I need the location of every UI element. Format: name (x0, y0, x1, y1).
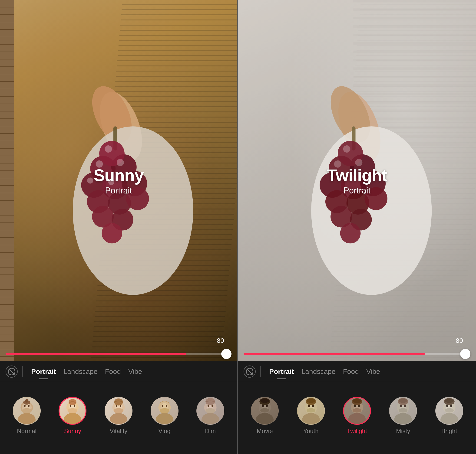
svg-point-131 (445, 408, 454, 412)
svg-point-134 (450, 405, 453, 407)
svg-point-52 (205, 408, 215, 413)
right-label-twilight: Twilight (347, 428, 367, 435)
right-tab-food[interactable]: Food (339, 366, 362, 377)
left-filter-vlog[interactable]: Vlog (151, 397, 179, 435)
left-slider-area: 80 (0, 353, 237, 355)
svg-point-39 (114, 408, 123, 413)
right-sub-filter-name: Portrait (327, 186, 387, 196)
left-slider-fill (6, 353, 186, 355)
left-slider-track[interactable] (6, 353, 232, 355)
right-avatar-bright (435, 397, 463, 425)
left-photo-area: Sunny Portrait 80 (0, 0, 237, 361)
right-filter-bright[interactable]: Bright (435, 397, 463, 435)
right-filter-misty[interactable]: Misty (389, 397, 417, 435)
svg-point-19 (87, 178, 93, 184)
right-label-misty: Misty (396, 428, 410, 435)
left-tab-vibe[interactable]: Vibe (125, 366, 146, 377)
svg-rect-64 (353, 51, 476, 53)
left-label-dim: Dim (205, 428, 216, 435)
right-filter-movie[interactable]: Movie (251, 397, 279, 435)
right-slider-track[interactable] (244, 353, 470, 355)
left-no-filter-icon (8, 368, 15, 375)
svg-point-15 (101, 223, 122, 243)
svg-point-104 (260, 398, 269, 403)
svg-point-117 (354, 405, 356, 407)
svg-point-54 (208, 405, 209, 407)
left-tab-portrait[interactable]: Portrait (27, 366, 60, 377)
svg-rect-61 (353, 25, 476, 28)
left-avatar-vlog (151, 397, 179, 425)
right-photo-area: Twilight Portrait 80 (238, 0, 476, 361)
right-avatar-movie (251, 397, 279, 425)
svg-point-115 (353, 408, 361, 412)
svg-point-34 (70, 405, 71, 407)
svg-point-49 (165, 405, 167, 407)
svg-point-124 (394, 413, 412, 424)
left-label-normal: Normal (17, 428, 37, 435)
right-avatar-youth (297, 397, 325, 425)
left-filter-normal[interactable]: Normal (13, 397, 41, 435)
left-label-vitality: Vitality (110, 428, 127, 435)
svg-point-33 (64, 413, 81, 424)
right-tab-divider (260, 366, 261, 377)
svg-rect-59 (353, 8, 476, 11)
svg-point-46 (160, 408, 169, 413)
right-tab-vibe[interactable]: Vibe (363, 366, 384, 377)
svg-point-26 (24, 405, 26, 407)
svg-point-118 (358, 405, 360, 407)
left-panel: Sunny Portrait 80 Portrait Landscape (0, 0, 238, 454)
right-main-filter-name: Twilight (327, 166, 387, 185)
svg-point-133 (446, 405, 448, 407)
svg-rect-69 (353, 93, 476, 95)
svg-point-40 (110, 413, 127, 424)
svg-point-99 (260, 408, 269, 412)
left-no-filter-button[interactable] (6, 365, 18, 378)
right-avatar-twilight (343, 397, 371, 425)
svg-rect-62 (353, 34, 476, 36)
svg-point-100 (256, 413, 273, 424)
right-bottom-panel: Portrait Landscape Food Vibe (238, 361, 476, 454)
svg-rect-68 (353, 84, 476, 87)
svg-point-2 (73, 126, 193, 295)
svg-rect-70 (353, 101, 476, 103)
svg-point-95 (355, 159, 362, 166)
svg-point-128 (398, 398, 407, 403)
svg-point-120 (353, 399, 361, 403)
svg-point-55 (211, 405, 213, 407)
left-filter-sunny[interactable]: Sunny (59, 397, 86, 435)
left-slider-thumb[interactable] (221, 349, 232, 359)
left-filter-vitality[interactable]: Vitality (105, 397, 133, 435)
svg-point-126 (404, 405, 406, 407)
right-tab-landscape[interactable]: Landscape (298, 366, 339, 377)
left-bottom-panel: Portrait Landscape Food Vibe (0, 361, 237, 454)
svg-point-80 (311, 126, 432, 295)
right-slider-thumb[interactable] (460, 349, 470, 359)
svg-point-93 (340, 223, 360, 243)
svg-point-25 (18, 413, 36, 424)
right-tab-portrait[interactable]: Portrait (265, 366, 298, 377)
right-filter-name: Twilight Portrait (327, 166, 387, 196)
left-tab-divider (22, 366, 23, 377)
right-no-filter-icon (246, 368, 253, 375)
svg-point-102 (266, 405, 268, 407)
left-label-sunny: Sunny (64, 428, 81, 435)
left-tab-landscape[interactable]: Landscape (60, 366, 101, 377)
right-label-movie: Movie (257, 428, 273, 435)
right-label-bright: Bright (441, 428, 457, 435)
right-filter-youth[interactable]: Youth (297, 397, 325, 435)
left-label-vlog: Vlog (158, 428, 171, 435)
right-no-filter-button[interactable] (244, 365, 256, 378)
svg-point-132 (440, 413, 458, 424)
right-filter-row: Movie Youth (238, 382, 476, 449)
left-tab-food[interactable]: Food (101, 366, 124, 377)
left-filter-row: Normal Sunny (0, 382, 237, 449)
left-avatar-sunny (59, 397, 86, 425)
left-filter-dim[interactable]: Dim (196, 397, 224, 435)
svg-rect-63 (353, 42, 476, 44)
right-filter-twilight[interactable]: Twilight (343, 397, 371, 435)
left-avatar-dim (196, 397, 224, 425)
left-filter-name: Sunny Portrait (94, 166, 143, 196)
svg-rect-67 (353, 76, 476, 78)
svg-point-35 (74, 405, 75, 407)
left-main-filter-name: Sunny (94, 166, 143, 185)
